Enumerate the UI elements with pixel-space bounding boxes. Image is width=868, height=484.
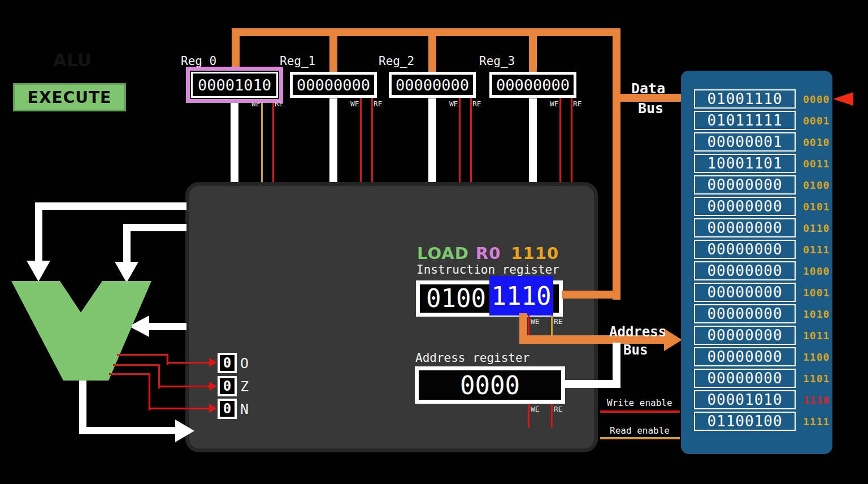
instruction-register-operand-highlight: 1110 — [489, 276, 553, 316]
flag-n-wire — [109, 373, 150, 375]
flag-box-z: 0 — [218, 376, 237, 396]
execute-button[interactable]: EXECUTE — [13, 83, 126, 111]
register-box-1[interactable]: 00000000 — [290, 72, 377, 98]
alu-input1-wire-h — [35, 202, 186, 210]
register-name-1: Reg_1 — [280, 54, 315, 68]
alu-side-wire — [149, 323, 186, 330]
register-name-0: Reg_0 — [181, 54, 216, 68]
flag-o-wire — [117, 354, 168, 356]
memory-cell-value[interactable]: 00000000 — [694, 175, 796, 195]
memory-cell-address: 1101 — [803, 373, 830, 384]
flag-label-o: O — [240, 355, 249, 371]
memory-cell-address: 0000 — [803, 93, 830, 105]
memory-cell-address: 0100 — [803, 179, 830, 191]
register-box-2[interactable]: 00000000 — [389, 72, 476, 98]
memory-cell-value[interactable]: 00000000 — [694, 261, 796, 280]
alu-input2-arrow — [115, 262, 138, 283]
alu-output-arrow — [175, 420, 194, 442]
memory-cell-address: 1100 — [803, 351, 830, 363]
ir-we-label: WE — [531, 317, 540, 326]
memory-row: 100011010011 — [694, 154, 830, 173]
memory-cell-value[interactable]: 00000000 — [694, 240, 796, 259]
instruction-target-register: R0 — [476, 244, 501, 263]
write-enable-label: Write enable — [607, 397, 672, 408]
ar-re-line — [551, 404, 553, 427]
memory-cell-value[interactable]: 00000000 — [694, 197, 796, 216]
memory-cell-value[interactable]: 00000000 — [694, 347, 796, 366]
read-enable-label: Read enable — [610, 425, 670, 436]
memory-row: 010011100000 — [694, 89, 830, 109]
ir-data-bus-stub — [562, 291, 613, 299]
register-box-3[interactable]: 00000000 — [489, 72, 576, 98]
memory-rows: 0100111000000101111100010000000100101000… — [694, 89, 830, 433]
flag-box-o: 0 — [218, 353, 237, 373]
address-register-value: 0000 — [460, 371, 520, 400]
data-bus-label-line2: Bus — [638, 100, 663, 116]
memory-row: 000000001000 — [694, 261, 830, 280]
memory-row: 000000001101 — [694, 369, 830, 388]
memory-row: 000010101110 — [694, 390, 830, 409]
register-data-wire — [231, 98, 238, 184]
address-register-box[interactable]: 0000 — [415, 366, 565, 404]
register-we-label: WE — [251, 100, 261, 108]
alu-input2-wire-h — [123, 224, 186, 231]
memory-cell-value[interactable]: 00000000 — [694, 369, 796, 388]
memory-row: 000000001011 — [694, 326, 830, 345]
ar-we-line — [528, 404, 530, 427]
ir-re-label: RE — [554, 317, 563, 326]
memory-cell-value[interactable]: 00001010 — [694, 390, 796, 409]
register-value: 00000000 — [297, 76, 370, 94]
memory-cell-value[interactable]: 01011111 — [694, 111, 796, 130]
memory-cell-address: 1011 — [803, 330, 830, 342]
memory-cell-address: 1111 — [803, 416, 830, 427]
address-register-label: Address register — [415, 351, 530, 365]
data-bus-drop-reg2 — [428, 28, 436, 74]
alu-input1-arrow — [27, 261, 50, 282]
memory-pointer-icon — [833, 92, 853, 106]
memory-cell-address: 1110 — [803, 394, 830, 406]
memory-cell-value[interactable]: 00000001 — [694, 132, 796, 152]
flag-o-wire — [167, 362, 210, 364]
register-we-line — [360, 97, 362, 184]
cpu-simulator-stage: ALU 0O0Z0N LOADR01110 Instruction regist… — [0, 0, 868, 484]
memory-cell-value[interactable]: 00000000 — [694, 304, 796, 323]
memory-cell-value[interactable]: 10001101 — [694, 154, 796, 173]
data-bus-top-rail — [232, 28, 620, 36]
register-we-line — [559, 97, 561, 184]
ir-we-line — [528, 316, 530, 338]
data-bus-drop-reg3 — [529, 28, 537, 74]
memory-cell-value[interactable]: 00000000 — [694, 283, 796, 302]
read-enable-line — [600, 437, 680, 439]
flag-box-n: 0 — [218, 399, 237, 419]
memory-cell-address: 0001 — [803, 115, 830, 127]
ar-we-label: WE — [531, 405, 540, 413]
flag-z-arrow — [209, 382, 217, 391]
register-we-label: WE — [449, 100, 458, 108]
register-box-0[interactable]: 00001010 — [191, 72, 278, 98]
address-bus-arrow — [664, 329, 682, 351]
memory-row: 000000001010 — [694, 304, 830, 323]
register-data-wire — [329, 98, 337, 184]
memory-cell-value[interactable]: 00000000 — [694, 218, 796, 237]
memory-cell-value[interactable]: 00000000 — [694, 326, 796, 345]
memory-cell-address: 0010 — [803, 136, 830, 148]
ar-re-label: RE — [554, 405, 563, 413]
instruction-operand: 1110 — [511, 244, 559, 263]
memory-cell-address: 0101 — [803, 201, 830, 213]
memory-cell-address: 1010 — [803, 308, 830, 320]
ir-re-line — [551, 316, 553, 338]
data-bus-drop-reg0 — [232, 28, 240, 74]
register-re-line — [371, 97, 373, 184]
register-we-label: WE — [350, 100, 359, 108]
ar-to-address-bus-wire-v — [613, 343, 620, 388]
memory-row: 000000000100 — [694, 175, 830, 195]
alu-label: ALU — [53, 50, 92, 70]
register-re-label: RE — [472, 100, 481, 108]
register-value: 00000000 — [496, 76, 570, 94]
register-value: 00000000 — [396, 76, 469, 94]
memory-cell-value[interactable]: 01100100 — [694, 412, 796, 431]
address-bus-label-line2: Bus — [623, 342, 648, 358]
address-bus-label-line1: Address — [609, 324, 666, 340]
memory-cell-address: 0011 — [803, 158, 830, 170]
memory-cell-value[interactable]: 01001110 — [694, 89, 796, 109]
